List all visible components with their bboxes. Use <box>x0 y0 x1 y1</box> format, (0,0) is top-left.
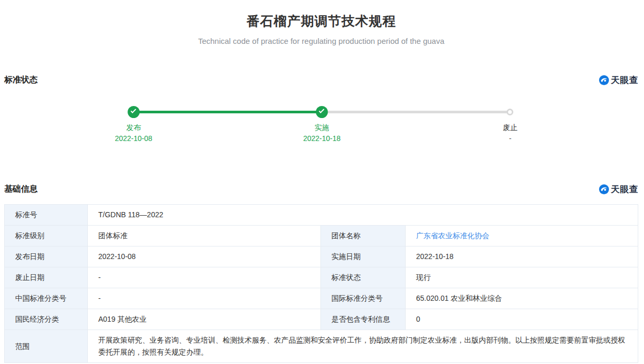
table-row: 标准级别 团体标准 团体名称 广东省农业标准化协会 <box>5 226 638 246</box>
field-value-cn-class: - <box>88 288 321 309</box>
tianyancha-logo-text: 天眼查 <box>611 74 639 86</box>
field-label: 废止日期 <box>5 267 88 288</box>
field-label: 范围 <box>5 330 88 363</box>
field-label: 中国标准分类号 <box>5 288 88 309</box>
page-title: 番石榴产期调节技术规程 <box>4 13 638 30</box>
field-label: 国民经济分类 <box>5 309 88 330</box>
timeline-node-implemented: 实施 2022-10-18 <box>303 102 341 144</box>
pending-circle-icon <box>507 109 513 115</box>
table-row: 中国标准分类号 - 国际标准分类号 65.020.01 农业和林业综合 <box>5 288 638 309</box>
field-value-publish-date: 2022-10-08 <box>88 246 321 267</box>
table-row: 废止日期 - 标准状态 现行 <box>5 267 638 288</box>
field-value-patent-info: 0 <box>406 309 638 330</box>
tianyancha-watermark: 天眼查 <box>599 74 639 86</box>
info-section-title: 基础信息 <box>4 184 38 195</box>
field-label: 团体名称 <box>321 226 406 246</box>
timeline-node-abolished: 废止 - <box>503 102 518 144</box>
field-value-economy-class: A019 其他农业 <box>88 309 321 330</box>
timeline-label: 发布 <box>115 122 153 133</box>
timeline-segment-published-implemented <box>133 111 321 113</box>
timeline-date: - <box>503 133 518 144</box>
table-row: 范围 开展政策研究、业务咨询、专业培训、检测技术服务、农产品监测和安全评价工作，… <box>5 330 638 363</box>
field-label: 实施日期 <box>321 246 406 267</box>
field-value-intl-class: 65.020.01 农业和林业综合 <box>406 288 638 309</box>
field-label: 是否包含专利信息 <box>321 309 406 330</box>
status-section-title: 标准状态 <box>4 75 38 86</box>
page-subtitle-english: Technical code of practice for regulatin… <box>4 37 638 45</box>
field-label: 国际标准分类号 <box>321 288 406 309</box>
field-value-standard-no: T/GDNB 118—2022 <box>88 205 638 226</box>
timeline-segment-implemented-abolished <box>322 111 510 113</box>
check-circle-icon <box>316 106 328 118</box>
field-value-implement-date: 2022-10-18 <box>406 246 638 267</box>
info-section-header: 基础信息 天眼查 <box>4 183 638 195</box>
status-section-header: 标准状态 天眼查 <box>4 74 638 86</box>
status-timeline: 发布 2022-10-08 实施 2022-10-18 废止 - <box>4 102 638 150</box>
tianyancha-logo-text: 天眼查 <box>611 183 639 195</box>
field-value-abolish-date: - <box>88 267 321 288</box>
document-header: 番石榴产期调节技术规程 Technical code of practice f… <box>4 0 638 45</box>
field-label: 发布日期 <box>5 246 88 267</box>
timeline-label: 实施 <box>303 122 341 133</box>
field-label: 标准状态 <box>321 267 406 288</box>
tianyancha-logo-icon <box>599 184 609 194</box>
field-value-level: 团体标准 <box>88 226 321 246</box>
field-label: 标准号 <box>5 205 88 226</box>
table-row: 发布日期 2022-10-08 实施日期 2022-10-18 <box>5 246 638 267</box>
timeline-date: 2022-10-18 <box>303 133 341 144</box>
field-value-group-name: 广东省农业标准化协会 <box>406 226 638 246</box>
standard-detail-page: 番石榴产期调节技术规程 Technical code of practice f… <box>0 0 644 363</box>
field-value-status: 现行 <box>406 267 638 288</box>
timeline-date: 2022-10-08 <box>115 133 153 144</box>
timeline-label: 废止 <box>503 122 518 133</box>
basic-info-table: 标准号 T/GDNB 118—2022 标准级别 团体标准 团体名称 广东省农业… <box>4 204 638 363</box>
field-label: 标准级别 <box>5 226 88 246</box>
timeline-node-published: 发布 2022-10-08 <box>115 102 153 144</box>
table-row: 国民经济分类 A019 其他农业 是否包含专利信息 0 <box>5 309 638 330</box>
tianyancha-watermark: 天眼查 <box>599 183 639 195</box>
field-value-scope: 开展政策研究、业务咨询、专业培训、检测技术服务、农产品监测和安全评价工作，协助政… <box>88 330 638 363</box>
table-row: 标准号 T/GDNB 118—2022 <box>5 205 638 226</box>
tianyancha-logo-icon <box>599 75 609 85</box>
check-circle-icon <box>128 106 140 118</box>
group-name-link[interactable]: 广东省农业标准化协会 <box>416 231 489 240</box>
